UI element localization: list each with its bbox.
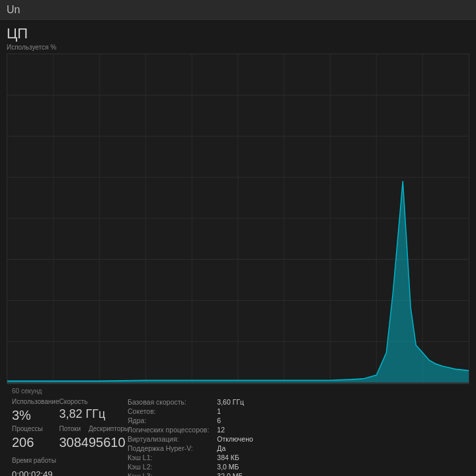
l1-val: 384 КБ: [217, 454, 464, 461]
base-speed-val: 3,60 ГГц: [217, 398, 464, 406]
info-section: 60 секунд Использование Скорость 3%: [7, 383, 469, 476]
speed-label: Скорость: [59, 398, 129, 405]
chart-svg: [7, 54, 469, 383]
descriptors-value-stat: 95610: [89, 435, 129, 450]
use-value-stat: 3%: [12, 408, 59, 422]
sockets-key: Сокетов:: [128, 407, 209, 415]
uptime-value: 0:00:02:49: [12, 469, 52, 476]
processes-value-stat: 206: [12, 435, 59, 450]
uptime-stat: Время работы: [12, 454, 129, 465]
processes-label: Процессы: [12, 425, 59, 432]
cpu-subtitle: Используется %: [7, 44, 469, 51]
threads-value: 3084: [59, 435, 89, 450]
y-axis-label: 3: [0, 217, 1, 220]
cpu-chart: 3: [7, 54, 469, 383]
descriptors-stat: Дескрипторы: [89, 425, 129, 432]
threads-label: Потоки: [59, 425, 89, 432]
logical-val: 12: [217, 426, 464, 434]
logical-key: Логических процессоров:: [128, 426, 209, 434]
use-label: Использование: [12, 398, 59, 405]
l3-val: 32,0 МБ: [217, 472, 464, 476]
uptime-label: Время работы: [12, 457, 56, 464]
l3-key: Кэш L3:: [128, 472, 209, 476]
cores-val: 6: [217, 416, 464, 424]
l1-key: Кэш L1:: [128, 454, 209, 461]
speed-stat: Скорость: [59, 398, 129, 405]
left-stats: Использование Скорость 3% 3,82 ГГц Проце: [12, 398, 128, 476]
virt-key: Виртуализация:: [128, 435, 209, 443]
base-speed-key: Базовая скорость:: [128, 398, 209, 406]
speed-value-stat: 3,82 ГГц: [59, 408, 129, 422]
cores-key: Ядра:: [128, 416, 209, 424]
descriptors-value: 95610: [89, 435, 129, 450]
descriptors-label: Дескрипторы: [89, 425, 129, 432]
use-value: 3%: [12, 408, 59, 422]
cpu-title: ЦП: [7, 25, 469, 42]
use-stat: Использование: [12, 398, 59, 405]
app: Un ЦП Используется %: [0, 0, 476, 476]
right-info: Базовая скорость: 3,60 ГГц Сокетов: 1 Яд…: [128, 398, 464, 476]
main-content: ЦП Используется %: [0, 20, 476, 476]
l2-val: 3,0 МБ: [217, 463, 464, 471]
threads-value-stat: 3084: [59, 435, 89, 450]
topbar: Un: [0, 0, 476, 20]
virt-val: Отключено: [217, 435, 464, 443]
speed-value: 3,82 ГГц: [59, 408, 129, 421]
processes-value: 206: [12, 435, 59, 450]
sockets-val: 1: [217, 407, 464, 415]
hyper-val: Да: [217, 444, 464, 452]
stats-row: Использование Скорость 3% 3,82 ГГц Проце: [12, 398, 464, 476]
time-label: 60 секунд: [12, 387, 464, 395]
l2-key: Кэш L2:: [128, 463, 209, 471]
processes-stat: Процессы: [12, 425, 59, 432]
uptime-value-stat: 0:00:02:49: [12, 468, 129, 476]
threads-stat: Потоки: [59, 425, 89, 432]
topbar-text: Un: [7, 4, 20, 16]
hyper-key: Поддержка Hyper-V:: [128, 444, 209, 452]
